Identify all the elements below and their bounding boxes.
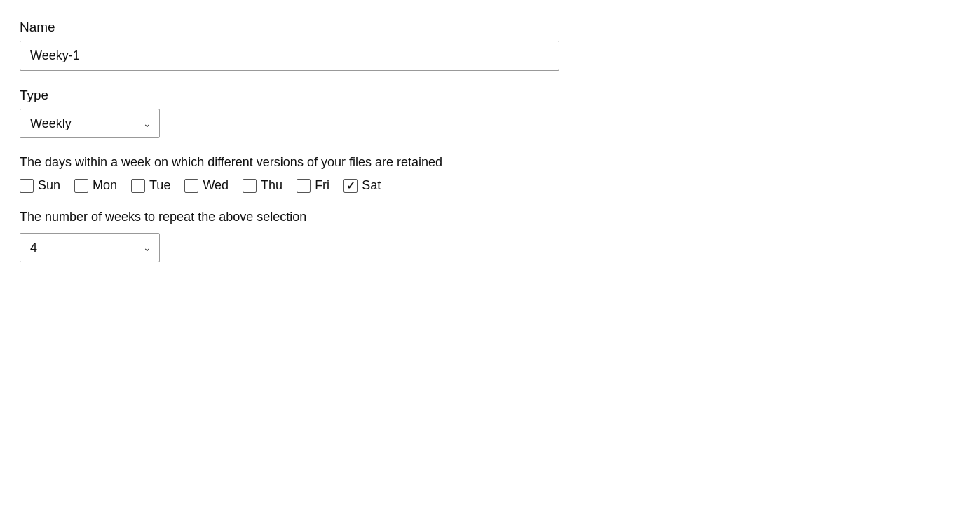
day-item-mon[interactable]: Mon	[74, 178, 117, 193]
day-checkbox-thu[interactable]	[243, 179, 257, 193]
day-label-mon: Mon	[93, 178, 117, 193]
day-checkbox-tue[interactable]	[131, 179, 145, 193]
type-section: Type Daily Weekly Monthly ⌄	[20, 88, 960, 138]
days-description: The days within a week on which differen…	[20, 155, 960, 170]
name-section: Name	[20, 20, 960, 71]
day-label-wed: Wed	[203, 178, 229, 193]
day-item-thu[interactable]: Thu	[243, 178, 283, 193]
day-label-thu: Thu	[261, 178, 283, 193]
name-input[interactable]	[20, 41, 559, 71]
day-checkbox-mon[interactable]	[74, 179, 88, 193]
day-item-wed[interactable]: Wed	[184, 178, 229, 193]
day-label-sat: Sat	[362, 178, 381, 193]
days-row: Sun Mon Tue Wed Thu Fri Sat	[20, 178, 960, 193]
name-label: Name	[20, 20, 960, 35]
day-item-sun[interactable]: Sun	[20, 178, 60, 193]
weeks-select[interactable]: 1 2 3 4 5 6 7 8	[20, 233, 160, 262]
day-item-sat[interactable]: Sat	[343, 178, 381, 193]
day-label-fri: Fri	[315, 178, 329, 193]
day-checkbox-sun[interactable]	[20, 179, 34, 193]
day-checkbox-sat[interactable]	[343, 179, 358, 193]
type-label: Type	[20, 88, 960, 103]
weeks-section: The number of weeks to repeat the above …	[20, 210, 960, 262]
weeks-description: The number of weeks to repeat the above …	[20, 210, 960, 224]
day-item-tue[interactable]: Tue	[131, 178, 170, 193]
day-checkbox-wed[interactable]	[184, 179, 198, 193]
day-label-sun: Sun	[38, 178, 60, 193]
type-select-wrapper: Daily Weekly Monthly ⌄	[20, 109, 160, 138]
day-checkbox-fri[interactable]	[297, 179, 311, 193]
days-section: The days within a week on which differen…	[20, 155, 960, 193]
day-label-tue: Tue	[149, 178, 170, 193]
day-item-fri[interactable]: Fri	[297, 178, 329, 193]
weeks-select-wrapper: 1 2 3 4 5 6 7 8 ⌄	[20, 233, 160, 262]
type-select[interactable]: Daily Weekly Monthly	[20, 109, 160, 138]
